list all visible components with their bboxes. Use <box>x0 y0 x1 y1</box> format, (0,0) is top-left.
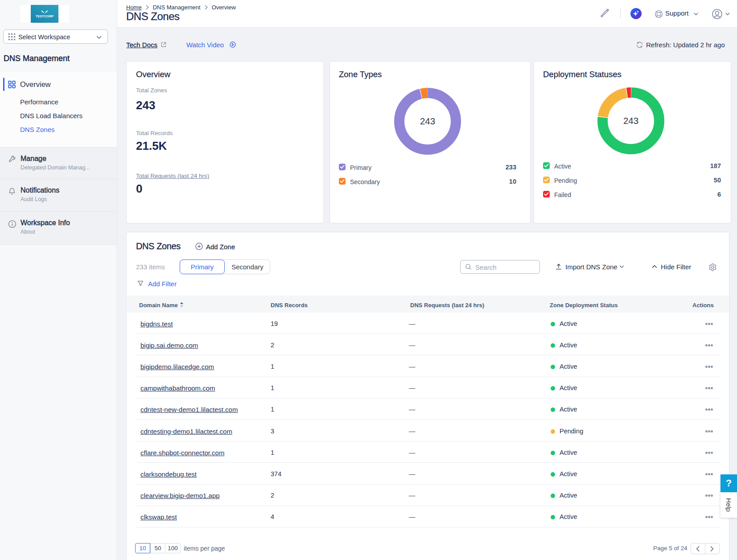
svg-text:243: 243 <box>623 115 638 126</box>
svg-text:TESTCORP: TESTCORP <box>36 14 54 18</box>
svg-text:243: 243 <box>420 116 435 126</box>
